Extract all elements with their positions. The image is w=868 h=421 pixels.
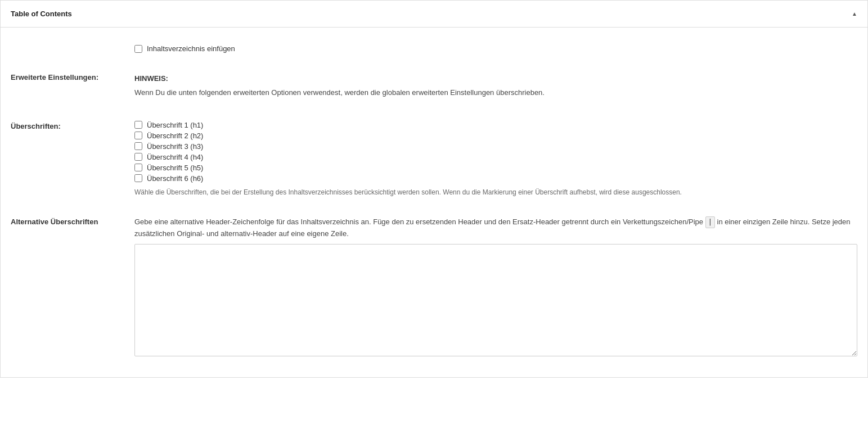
heading-h2-checkbox[interactable] [134,132,142,139]
heading-h6-checkbox[interactable] [134,174,142,182]
collapse-icon[interactable]: ▲ [852,11,857,17]
advanced-settings-content: HINWEIS: Wenn Du die unten folgenden erw… [134,74,857,98]
panel-title: Table of Contents [11,10,72,18]
headings-section: Überschriften: Überschrift 1 (h1) Übersc… [1,115,867,203]
table-of-contents-panel: Table of Contents ▲ Inhaltsverzeichnis e… [0,0,868,378]
heading-h3-checkbox[interactable] [134,142,142,150]
hint-title: HINWEIS: [134,74,857,83]
heading-h2-label[interactable]: Überschrift 2 (h2) [147,132,203,140]
insert-toc-label-spacer [11,44,134,46]
heading-h3-label[interactable]: Überschrift 3 (h3) [147,142,203,151]
divider-2 [1,104,867,110]
alt-headers-description: Gebe eine alternative Header-Zeichenfolg… [134,216,857,240]
heading-h1-label[interactable]: Überschrift 1 (h1) [147,121,203,129]
heading-h5-checkbox[interactable] [134,164,142,171]
advanced-settings-row: Erweiterte Einstellungen: HINWEIS: Wenn … [1,66,867,104]
heading-h1-checkbox[interactable] [134,121,142,129]
divider-1 [1,61,867,66]
heading-h6-label[interactable]: Überschrift 6 (h6) [147,174,203,183]
pipe-code: | [705,216,715,228]
heading-h4-checkbox[interactable] [134,153,142,161]
insert-toc-row: Inhaltsverzeichnis einfügen [1,39,867,61]
headings-label: Überschriften: [11,121,134,130]
alternative-headings-label: Alternative Überschriften [11,216,134,226]
panel-body: Inhaltsverzeichnis einfügen Erweiterte E… [1,28,867,377]
heading-h5-label[interactable]: Überschrift 5 (h5) [147,164,203,172]
headings-help-text: Wähle die Überschriften, die bei der Ers… [134,187,857,197]
alternative-headings-content: Gebe eine alternative Header-Zeichenfolg… [134,216,857,359]
alternative-headings-textarea[interactable] [134,244,857,356]
hint-text: Wenn Du die unten folgenden erweiterten … [134,87,857,98]
heading-h4-label[interactable]: Überschrift 4 (h4) [147,153,203,161]
alternative-headings-section: Alternative Überschriften Gebe eine alte… [1,209,867,366]
insert-toc-content: Inhaltsverzeichnis einfügen [134,44,857,55]
divider-4 [1,203,867,209]
insert-toc-checkbox-row: Inhaltsverzeichnis einfügen [134,44,857,53]
heading-h1-row: Überschrift 1 (h1) [134,121,857,129]
panel-header: Table of Contents ▲ [1,1,867,28]
headings-content: Überschrift 1 (h1) Überschrift 2 (h2) Üb… [134,121,857,197]
heading-h2-row: Überschrift 2 (h2) [134,132,857,140]
insert-toc-checkbox[interactable] [134,45,142,53]
heading-h6-row: Überschrift 6 (h6) [134,174,857,183]
divider-3 [1,110,867,115]
heading-h4-row: Überschrift 4 (h4) [134,153,857,161]
heading-h5-row: Überschrift 5 (h5) [134,164,857,172]
insert-toc-checkbox-label[interactable]: Inhaltsverzeichnis einfügen [147,44,235,53]
advanced-settings-label: Erweiterte Einstellungen: [11,72,134,82]
alt-desc-part1: Gebe eine alternative Header-Zeichenfolg… [134,218,703,226]
heading-h3-row: Überschrift 3 (h3) [134,142,857,151]
